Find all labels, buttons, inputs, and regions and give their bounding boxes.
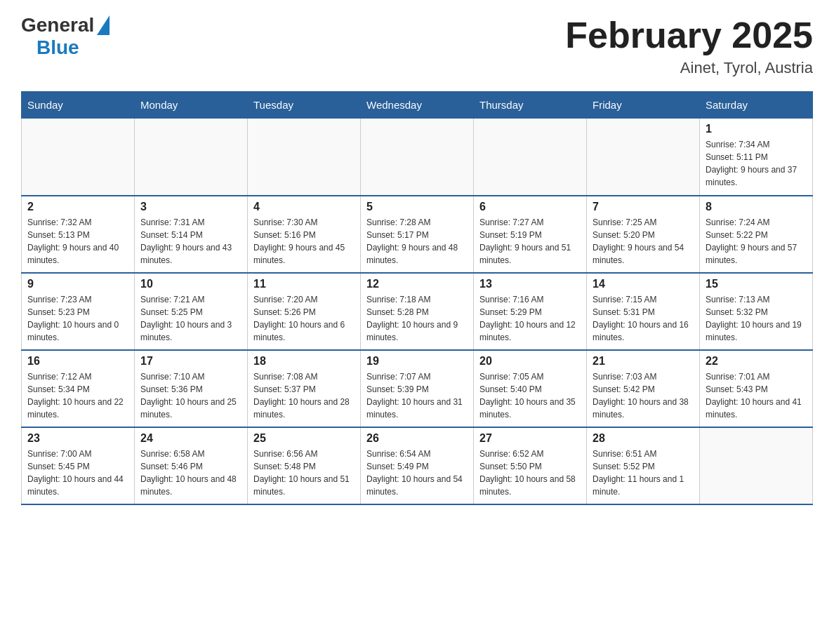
calendar-week-row: 9Sunrise: 7:23 AMSunset: 5:23 PMDaylight… bbox=[22, 273, 813, 350]
calendar-cell: 26Sunrise: 6:54 AMSunset: 5:49 PMDayligh… bbox=[361, 427, 474, 504]
calendar-cell: 23Sunrise: 7:00 AMSunset: 5:45 PMDayligh… bbox=[22, 427, 135, 504]
calendar-cell: 13Sunrise: 7:16 AMSunset: 5:29 PMDayligh… bbox=[474, 273, 587, 350]
day-number: 2 bbox=[27, 201, 128, 213]
calendar-cell: 7Sunrise: 7:25 AMSunset: 5:20 PMDaylight… bbox=[587, 196, 700, 273]
calendar-cell: 8Sunrise: 7:24 AMSunset: 5:22 PMDaylight… bbox=[700, 196, 813, 273]
day-info: Sunrise: 7:25 AMSunset: 5:20 PMDaylight:… bbox=[593, 216, 694, 267]
day-info: Sunrise: 7:01 AMSunset: 5:43 PMDaylight:… bbox=[706, 370, 807, 421]
calendar-cell: 21Sunrise: 7:03 AMSunset: 5:42 PMDayligh… bbox=[587, 350, 700, 427]
day-number: 14 bbox=[593, 278, 694, 290]
calendar-cell: 15Sunrise: 7:13 AMSunset: 5:32 PMDayligh… bbox=[700, 273, 813, 350]
day-info: Sunrise: 7:07 AMSunset: 5:39 PMDaylight:… bbox=[366, 370, 468, 421]
calendar-cell: 19Sunrise: 7:07 AMSunset: 5:39 PMDayligh… bbox=[361, 350, 474, 427]
day-number: 6 bbox=[479, 201, 581, 213]
calendar-cell: 18Sunrise: 7:08 AMSunset: 5:37 PMDayligh… bbox=[248, 350, 361, 427]
page-header: General Blue February 2025 Ainet, Tyrol,… bbox=[21, 14, 813, 77]
calendar-cell: 17Sunrise: 7:10 AMSunset: 5:36 PMDayligh… bbox=[135, 350, 248, 427]
day-number: 24 bbox=[140, 432, 241, 445]
calendar-cell: 5Sunrise: 7:28 AMSunset: 5:17 PMDaylight… bbox=[361, 196, 474, 273]
day-info: Sunrise: 7:32 AMSunset: 5:13 PMDaylight:… bbox=[27, 216, 128, 267]
day-info: Sunrise: 7:00 AMSunset: 5:45 PMDaylight:… bbox=[27, 448, 128, 498]
page-subtitle: Ainet, Tyrol, Austria bbox=[565, 59, 813, 77]
calendar-cell bbox=[135, 119, 248, 196]
day-info: Sunrise: 7:23 AMSunset: 5:23 PMDaylight:… bbox=[27, 293, 128, 344]
header-saturday: Saturday bbox=[700, 92, 813, 119]
day-info: Sunrise: 6:56 AMSunset: 5:48 PMDaylight:… bbox=[253, 448, 355, 498]
calendar-week-row: 2Sunrise: 7:32 AMSunset: 5:13 PMDaylight… bbox=[22, 196, 813, 273]
day-info: Sunrise: 7:21 AMSunset: 5:25 PMDaylight:… bbox=[140, 293, 241, 344]
calendar-week-row: 16Sunrise: 7:12 AMSunset: 5:34 PMDayligh… bbox=[22, 350, 813, 427]
calendar-cell: 2Sunrise: 7:32 AMSunset: 5:13 PMDaylight… bbox=[22, 196, 135, 273]
calendar-week-row: 23Sunrise: 7:00 AMSunset: 5:45 PMDayligh… bbox=[22, 427, 813, 504]
header-friday: Friday bbox=[587, 92, 700, 119]
calendar-cell: 20Sunrise: 7:05 AMSunset: 5:40 PMDayligh… bbox=[474, 350, 587, 427]
calendar-cell: 16Sunrise: 7:12 AMSunset: 5:34 PMDayligh… bbox=[22, 350, 135, 427]
calendar-cell bbox=[587, 119, 700, 196]
day-number: 9 bbox=[27, 278, 128, 290]
day-info: Sunrise: 7:12 AMSunset: 5:34 PMDaylight:… bbox=[27, 370, 128, 421]
day-info: Sunrise: 7:05 AMSunset: 5:40 PMDaylight:… bbox=[479, 370, 581, 421]
calendar-table: Sunday Monday Tuesday Wednesday Thursday… bbox=[21, 91, 813, 505]
header-thursday: Thursday bbox=[474, 92, 587, 119]
calendar-cell: 25Sunrise: 6:56 AMSunset: 5:48 PMDayligh… bbox=[248, 427, 361, 504]
calendar-cell: 4Sunrise: 7:30 AMSunset: 5:16 PMDaylight… bbox=[248, 196, 361, 273]
day-number: 22 bbox=[706, 355, 807, 368]
day-number: 15 bbox=[706, 278, 807, 290]
day-info: Sunrise: 6:54 AMSunset: 5:49 PMDaylight:… bbox=[366, 448, 468, 498]
day-info: Sunrise: 7:10 AMSunset: 5:36 PMDaylight:… bbox=[140, 370, 241, 421]
calendar-cell: 28Sunrise: 6:51 AMSunset: 5:52 PMDayligh… bbox=[587, 427, 700, 504]
day-info: Sunrise: 7:20 AMSunset: 5:26 PMDaylight:… bbox=[253, 293, 355, 344]
day-number: 10 bbox=[140, 278, 241, 290]
title-block: February 2025 Ainet, Tyrol, Austria bbox=[565, 14, 813, 77]
day-number: 7 bbox=[593, 201, 694, 213]
day-number: 4 bbox=[253, 201, 355, 213]
day-number: 27 bbox=[479, 432, 581, 445]
day-number: 16 bbox=[27, 355, 128, 368]
day-info: Sunrise: 6:58 AMSunset: 5:46 PMDaylight:… bbox=[140, 448, 241, 498]
day-info: Sunrise: 7:28 AMSunset: 5:17 PMDaylight:… bbox=[366, 216, 468, 267]
day-number: 19 bbox=[366, 355, 468, 368]
day-number: 1 bbox=[706, 123, 807, 135]
calendar-cell: 6Sunrise: 7:27 AMSunset: 5:19 PMDaylight… bbox=[474, 196, 587, 273]
calendar-cell: 12Sunrise: 7:18 AMSunset: 5:28 PMDayligh… bbox=[361, 273, 474, 350]
day-info: Sunrise: 7:31 AMSunset: 5:14 PMDaylight:… bbox=[140, 216, 241, 267]
calendar-cell: 9Sunrise: 7:23 AMSunset: 5:23 PMDaylight… bbox=[22, 273, 135, 350]
logo-general-text: General bbox=[21, 14, 94, 36]
calendar-cell: 22Sunrise: 7:01 AMSunset: 5:43 PMDayligh… bbox=[700, 350, 813, 427]
calendar-cell: 11Sunrise: 7:20 AMSunset: 5:26 PMDayligh… bbox=[248, 273, 361, 350]
day-number: 5 bbox=[366, 201, 468, 213]
logo-triangle-icon bbox=[97, 15, 110, 35]
calendar-cell: 27Sunrise: 6:52 AMSunset: 5:50 PMDayligh… bbox=[474, 427, 587, 504]
day-number: 18 bbox=[253, 355, 355, 368]
calendar-cell: 14Sunrise: 7:15 AMSunset: 5:31 PMDayligh… bbox=[587, 273, 700, 350]
day-number: 23 bbox=[27, 432, 128, 445]
calendar-cell: 1Sunrise: 7:34 AMSunset: 5:11 PMDaylight… bbox=[700, 119, 813, 196]
header-wednesday: Wednesday bbox=[361, 92, 474, 119]
day-info: Sunrise: 7:24 AMSunset: 5:22 PMDaylight:… bbox=[706, 216, 807, 267]
calendar-week-row: 1Sunrise: 7:34 AMSunset: 5:11 PMDaylight… bbox=[22, 119, 813, 196]
day-number: 11 bbox=[253, 278, 355, 290]
header-tuesday: Tuesday bbox=[248, 92, 361, 119]
day-number: 26 bbox=[366, 432, 468, 445]
day-info: Sunrise: 6:52 AMSunset: 5:50 PMDaylight:… bbox=[479, 448, 581, 498]
day-number: 17 bbox=[140, 355, 241, 368]
day-number: 13 bbox=[479, 278, 581, 290]
day-info: Sunrise: 7:30 AMSunset: 5:16 PMDaylight:… bbox=[253, 216, 355, 267]
page-title: February 2025 bbox=[565, 14, 813, 56]
calendar-cell: 10Sunrise: 7:21 AMSunset: 5:25 PMDayligh… bbox=[135, 273, 248, 350]
day-number: 12 bbox=[366, 278, 468, 290]
day-number: 28 bbox=[593, 432, 694, 445]
header-sunday: Sunday bbox=[22, 92, 135, 119]
day-info: Sunrise: 7:18 AMSunset: 5:28 PMDaylight:… bbox=[366, 293, 468, 344]
calendar-cell bbox=[700, 427, 813, 504]
calendar-cell bbox=[361, 119, 474, 196]
day-number: 25 bbox=[253, 432, 355, 445]
header-monday: Monday bbox=[135, 92, 248, 119]
day-info: Sunrise: 7:34 AMSunset: 5:11 PMDaylight:… bbox=[706, 138, 807, 189]
day-number: 20 bbox=[479, 355, 581, 368]
day-info: Sunrise: 6:51 AMSunset: 5:52 PMDaylight:… bbox=[593, 448, 694, 498]
calendar-cell bbox=[248, 119, 361, 196]
day-info: Sunrise: 7:13 AMSunset: 5:32 PMDaylight:… bbox=[706, 293, 807, 344]
calendar-cell bbox=[474, 119, 587, 196]
day-info: Sunrise: 7:16 AMSunset: 5:29 PMDaylight:… bbox=[479, 293, 581, 344]
